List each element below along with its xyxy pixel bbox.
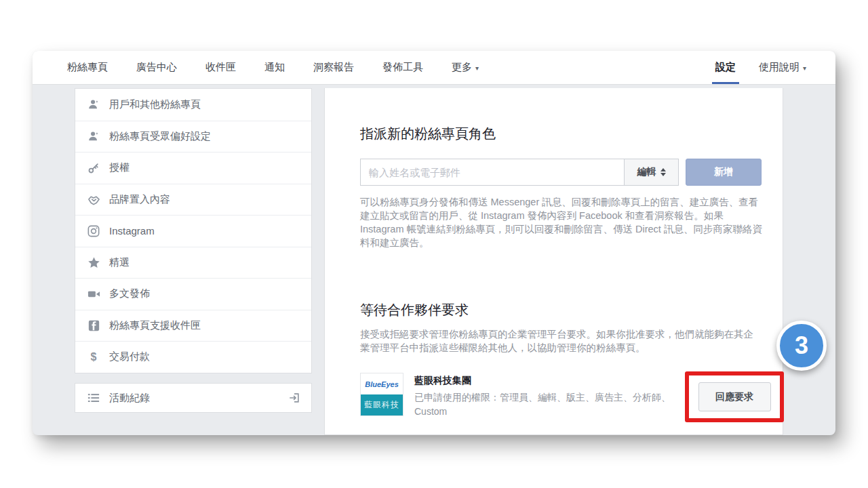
sidebar-item-label: 精選 — [109, 256, 130, 269]
partner-name: 藍眼科技集團 — [414, 375, 687, 387]
nav-notifications[interactable]: 通知 — [250, 51, 299, 84]
key-icon — [87, 161, 100, 175]
sidebar-item-branded-content[interactable]: 品牌置入內容 — [75, 184, 311, 216]
partner-request-row: BlueEyes 藍眼科技 藍眼科技集團 已申請使用的權限：管理員、編輯、版主、… — [360, 373, 687, 419]
assign-roles-description: 可以粉絲專頁身分發佈和傳送 Messenger 訊息、回覆和刪除專頁上的留言、建… — [360, 195, 763, 249]
sidebar-item-label: 授權 — [109, 161, 130, 174]
dollar-icon: $ — [87, 350, 100, 364]
respond-request-button[interactable]: 回應要求 — [698, 382, 771, 411]
sidebar-item-label: 交易付款 — [109, 350, 150, 363]
sidebar-item-label: 多文發佈 — [109, 287, 150, 300]
open-arrow-icon — [288, 391, 301, 405]
settings-sidebar: 用戶和其他粉絲專頁 粉絲專頁受眾偏好設定 授權 品牌置入內容 Instagram — [75, 88, 312, 373]
assign-roles-title: 指派新的粉絲專頁角色 — [360, 125, 496, 143]
sidebar-item-label: 活動紀錄 — [109, 392, 279, 405]
sidebar-item-people-and-other-pages[interactable]: 用戶和其他粉絲專頁 — [75, 89, 311, 121]
sidebar-item-label: 用戶和其他粉絲專頁 — [109, 98, 201, 111]
chevron-down-icon: ▾ — [475, 64, 479, 72]
sidebar-item-label: Instagram — [109, 225, 155, 237]
sidebar-item-crossposting[interactable]: 多文發佈 — [75, 278, 311, 310]
sidebar-item-activity-log[interactable]: 活動紀錄 — [75, 383, 312, 413]
sidebar-item-label: 粉絲專頁支援收件匣 — [109, 319, 201, 332]
nav-left-group: 粉絲專頁 廣告中心 收件匣 通知 洞察報告 發佈工具 更多▾ — [33, 51, 493, 84]
facebook-icon — [87, 319, 100, 332]
partner-requests-title: 等待合作夥伴要求 — [360, 301, 469, 319]
facebook-settings-window: 粉絲專頁 廣告中心 收件匣 通知 洞察報告 發佈工具 更多▾ 設定 使用說明▾ … — [33, 51, 835, 435]
sidebar-item-label: 粉絲專頁受眾偏好設定 — [109, 130, 211, 143]
video-camera-icon — [87, 287, 100, 301]
sidebar-item-instagram[interactable]: Instagram — [75, 215, 311, 247]
nav-ad-center[interactable]: 廣告中心 — [122, 51, 191, 84]
nav-more[interactable]: 更多▾ — [437, 51, 493, 84]
person-icon — [87, 129, 100, 143]
blueeyes-logo-caption: 藍眼科技 — [361, 394, 403, 415]
nav-insights[interactable]: 洞察報告 — [299, 51, 368, 84]
annotation-step-badge: 3 — [776, 321, 827, 371]
nav-more-label: 更多 — [452, 61, 472, 74]
sidebar-item-payments[interactable]: $ 交易付款 — [75, 341, 311, 373]
top-navigation: 粉絲專頁 廣告中心 收件匣 通知 洞察報告 發佈工具 更多▾ 設定 使用說明▾ — [33, 51, 835, 85]
nav-publishing-tools[interactable]: 發佈工具 — [368, 51, 437, 84]
partner-permissions: 已申請使用的權限：管理員、編輯、版主、廣告主、分析師、Custom — [414, 390, 687, 419]
instagram-icon — [87, 224, 100, 238]
list-icon — [87, 391, 100, 405]
nav-help[interactable]: 使用說明▾ — [747, 51, 818, 84]
role-dropdown[interactable]: 編輯 — [624, 159, 679, 186]
sort-arrows-icon — [660, 168, 666, 176]
nav-right-group: 設定 使用說明▾ — [704, 51, 835, 84]
blueeyes-logo: BlueEyes 藍眼科技 — [360, 373, 403, 416]
sidebar-item-audience-preferences[interactable]: 粉絲專頁受眾偏好設定 — [75, 121, 311, 152]
annotation-highlight-box: 回應要求 — [685, 371, 784, 422]
nav-settings[interactable]: 設定 — [704, 51, 747, 84]
sidebar-item-page-support-inbox[interactable]: 粉絲專頁支援收件匣 — [75, 310, 311, 342]
sidebar-item-featured[interactable]: 精選 — [75, 247, 311, 279]
nav-help-label: 使用說明 — [759, 61, 800, 74]
sidebar-item-authorizations[interactable]: 授權 — [75, 152, 311, 184]
sidebar-item-label: 品牌置入內容 — [109, 193, 170, 206]
star-icon — [87, 256, 100, 269]
partner-requests-description: 接受或拒絕要求管理你粉絲專頁的企業管理平台要求。如果你批准要求，他們就能夠在其企… — [360, 327, 763, 354]
partner-info: 藍眼科技集團 已申請使用的權限：管理員、編輯、版主、廣告主、分析師、Custom — [414, 373, 687, 419]
nav-inbox[interactable]: 收件匣 — [191, 51, 250, 84]
chevron-down-icon: ▾ — [803, 64, 806, 72]
person-icon — [87, 98, 100, 111]
assign-role-form: 編輯 新增 — [360, 159, 762, 186]
person-search-input[interactable] — [360, 159, 624, 186]
nav-page[interactable]: 粉絲專頁 — [53, 51, 122, 84]
role-dropdown-label: 編輯 — [637, 166, 656, 178]
add-button[interactable]: 新增 — [686, 159, 762, 186]
handshake-icon — [87, 192, 100, 206]
blueeyes-logo-wordmark: BlueEyes — [361, 373, 403, 394]
